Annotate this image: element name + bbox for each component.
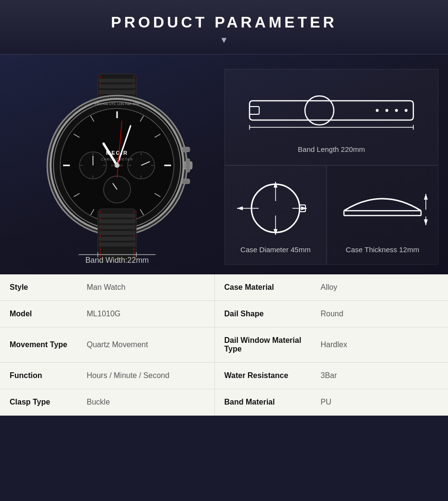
spec-label2: Case Material <box>215 274 311 300</box>
svg-rect-50 <box>182 147 190 152</box>
case-thickness-label: Case Thickness 12mm <box>346 245 419 254</box>
svg-rect-60 <box>99 243 135 246</box>
case-diameter-diagram: Case Diameter 45mm <box>224 165 327 265</box>
table-row: Movement Type Quartz Movement Dail Windo… <box>0 327 448 363</box>
svg-point-67 <box>376 109 379 112</box>
svg-text:FEN RAI UTC LON PAR ATM: FEN RAI UTC LON PAR ATM <box>95 102 139 106</box>
svg-point-70 <box>405 109 408 112</box>
spec-value2: PU <box>311 389 448 415</box>
svg-rect-51 <box>182 179 190 184</box>
spec-label2: Dail Shape <box>215 301 311 327</box>
spec-label: Clasp Type <box>0 389 77 415</box>
svg-point-69 <box>395 109 398 112</box>
svg-rect-58 <box>99 231 135 235</box>
svg-marker-91 <box>424 219 428 225</box>
svg-rect-56 <box>99 219 135 223</box>
svg-marker-89 <box>424 194 428 200</box>
svg-rect-55 <box>99 214 135 217</box>
table-row: Function Hours / Minute / Second Water R… <box>0 363 448 389</box>
svg-rect-5 <box>99 90 135 94</box>
svg-point-68 <box>385 109 388 112</box>
band-width-label: Band Width:22mm <box>85 256 149 265</box>
spec-label2: Dail Window Material Type <box>215 327 311 362</box>
band-length-label: Band Length 220mm <box>298 145 365 153</box>
spec-label: Function <box>0 363 77 389</box>
spec-value2: Hardlex <box>311 327 448 362</box>
case-thickness-diagram: Case Thickness 12mm <box>327 165 438 265</box>
spec-label2: Water Resistance <box>215 363 311 389</box>
spec-label: Movement Type <box>0 327 77 362</box>
spec-value: Buckle <box>77 389 215 415</box>
svg-marker-83 <box>301 206 307 210</box>
spec-value: Hours / Minute / Second <box>77 363 215 389</box>
chevron-down-icon: ▼ <box>0 35 448 45</box>
svg-rect-4 <box>99 84 135 88</box>
svg-rect-64 <box>250 101 413 120</box>
page-title: PRODUCT PARAMETER <box>0 14 448 31</box>
spec-value: ML1010G <box>77 301 215 327</box>
spec-value2: Round <box>311 301 448 327</box>
table-row: Model ML1010G Dail Shape Round <box>0 301 448 327</box>
svg-rect-49 <box>186 159 190 172</box>
page-header: PRODUCT PARAMETER ▼ <box>0 0 448 54</box>
product-section: FEN RAI UTC LON PAR ATM <box>0 54 448 274</box>
spec-label: Style <box>0 274 77 300</box>
diagrams-area: Band Length 220mm <box>224 69 438 265</box>
spec-value2: 3Bar <box>311 363 448 389</box>
spec-value: Man Watch <box>77 274 215 300</box>
svg-rect-66 <box>250 107 259 114</box>
watch-illustration: FEN RAI UTC LON PAR ATM <box>26 69 209 252</box>
table-row: Style Man Watch Case Material Alloy <box>0 274 448 301</box>
table-row: Clasp Type Buckle Band Material PU <box>0 389 448 416</box>
svg-rect-57 <box>99 225 135 229</box>
svg-rect-59 <box>99 237 135 241</box>
specs-table: Style Man Watch Case Material Alloy Mode… <box>0 274 448 416</box>
svg-rect-3 <box>99 79 135 82</box>
band-length-diagram: Band Length 220mm <box>224 69 438 165</box>
spec-label2: Band Material <box>215 389 311 415</box>
case-diameter-label: Case Diameter 45mm <box>240 245 311 254</box>
spec-label: Model <box>0 301 77 327</box>
spec-value2: Alloy <box>311 274 448 300</box>
spec-value: Quartz Movement <box>77 327 215 362</box>
case-diagrams: Case Diameter 45mm <box>224 165 438 265</box>
svg-text:CHRONOMETER: CHRONOMETER <box>101 158 133 161</box>
watch-image-area: FEN RAI UTC LON PAR ATM <box>10 69 224 265</box>
svg-marker-81 <box>237 206 243 210</box>
svg-point-47 <box>115 163 119 168</box>
